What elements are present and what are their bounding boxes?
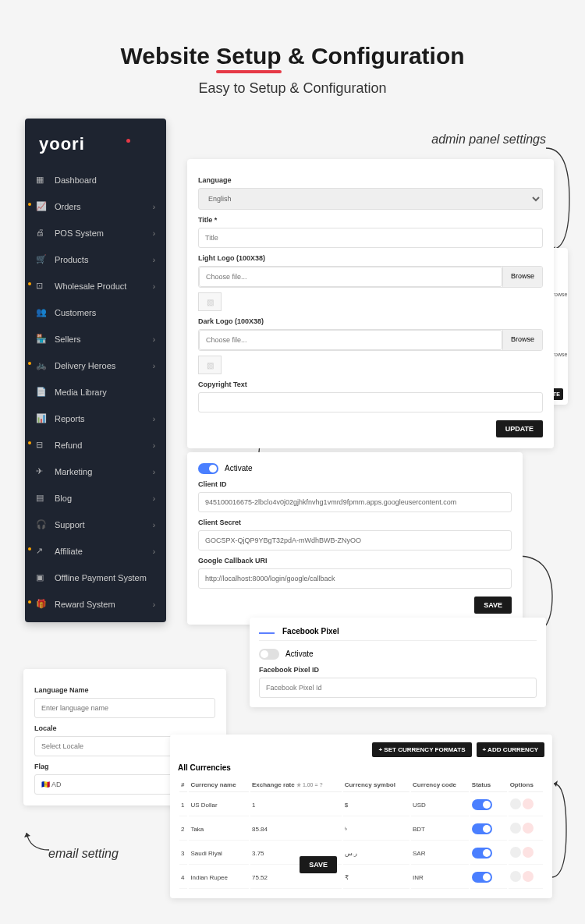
lang-name-input[interactable] [34,698,215,718]
callback-label: Google Callback URI [198,557,512,565]
chevron-right-icon: › [153,362,155,370]
nav-support[interactable]: 🎧Support› [25,512,166,538]
fb-id-input[interactable] [259,678,537,698]
bike-icon: 🚲 [36,360,47,371]
table-row: 4Indian Rupee75.52₹INR [179,866,543,889]
logo: yoori [25,128,166,167]
image-placeholder-icon: ▧ [198,356,222,374]
save-panel: SAVE [290,856,337,873]
callout-admin: admin panel settings [431,133,546,147]
image-placeholder-icon: ▧ [198,292,222,311]
table-row: 3Saudi Riyal3.75ر.سSAR [179,842,543,865]
nav-delivery[interactable]: 🚲Delivery Heroes› [25,352,166,379]
light-logo-input[interactable] [199,267,502,287]
nav-reward[interactable]: 🎁Reward System› [25,591,166,618]
chevron-right-icon: › [153,494,155,503]
client-id-input[interactable] [198,492,512,512]
add-currency-button[interactable]: + ADD CURRENCY [477,742,545,757]
chevron-right-icon: › [153,441,155,450]
currency-table: # Currency name Exchange rate ★ 1.00 = ?… [178,777,544,890]
lang-name-label: Language Name [34,686,215,694]
browse-button[interactable]: Browse [502,267,542,287]
fb-id-label: Facebook Pixel ID [259,666,537,674]
client-secret-label: Client Secret [198,519,512,526]
currency-panel: + SET CURRENCY FORMATS + ADD CURRENCY Al… [170,735,552,898]
arrow-email [22,827,53,854]
store-icon: 🏪 [36,334,47,345]
delete-icon[interactable] [523,871,534,882]
update-button[interactable]: UPDATE [496,420,543,437]
nav-reports[interactable]: 📊Reports› [25,405,166,432]
nav-dashboard[interactable]: ▦Dashboard [25,167,166,193]
copyright-input[interactable] [198,392,543,412]
chevron-right-icon: › [153,600,155,609]
chevron-right-icon: › [153,229,155,238]
nav-affiliate[interactable]: ↗Affiliate› [25,538,166,565]
cart-icon: 🛒 [36,254,47,265]
dark-logo-label: Dark Logo (100X38) [198,317,543,325]
activate-toggle[interactable] [198,463,218,474]
gift-icon: 🎁 [36,599,47,610]
client-secret-input[interactable] [198,530,512,551]
status-toggle[interactable] [472,799,492,810]
dark-logo-input[interactable] [199,330,502,350]
social-panel: Activate Client ID Client Secret Google … [187,452,523,625]
report-icon: 📊 [36,413,47,424]
refund-icon: ⊟ [36,440,47,451]
title-label: Title * [198,216,543,224]
edit-icon[interactable] [510,871,521,882]
locale-label: Locale [34,724,215,732]
grid-icon: ▦ [36,175,47,186]
admin-panel: Language English Title * Light Logo (100… [187,159,554,448]
fbpixel-panel: Facebook Pixel Activate Facebook Pixel I… [250,618,546,707]
headset-icon: 🎧 [36,519,47,530]
fb-activate-label: Activate [285,650,314,658]
nav-sellers[interactable]: 🏪Sellers› [25,326,166,352]
nav-offline[interactable]: ▣Offline Payment System [25,565,166,591]
set-currency-formats-button[interactable]: + SET CURRENCY FORMATS [372,742,471,757]
edit-icon[interactable] [510,823,521,834]
nav-pos[interactable]: 🖨POS System› [25,220,166,246]
send-icon: ✈ [36,466,47,477]
chevron-right-icon: › [153,256,155,264]
table-row: 1US Dollar1$USD [179,794,543,816]
table-row: 2Taka85.84৳BDT [179,818,543,841]
fb-activate-toggle[interactable] [259,649,279,660]
chevron-right-icon: › [153,415,155,423]
status-toggle[interactable] [472,848,492,859]
delete-icon[interactable] [523,798,534,809]
delete-icon[interactable] [523,823,534,834]
chart-icon: 📈 [36,201,47,212]
delete-icon[interactable] [523,847,534,858]
box-icon: ⊡ [36,281,47,292]
save-button[interactable]: SAVE [474,597,512,614]
save-button[interactable]: SAVE [300,856,337,873]
payment-icon: ▣ [36,572,47,583]
chevron-right-icon: › [153,335,155,344]
nav-marketing[interactable]: ✈Marketing› [25,458,166,485]
edit-icon[interactable] [510,798,521,809]
client-id-label: Client ID [198,480,512,488]
copyright-label: Copyright Text [198,381,543,388]
sidebar: yoori ▦Dashboard 📈Orders› 🖨POS System› 🛒… [25,119,166,622]
edit-icon[interactable] [510,847,521,858]
nav-refund[interactable]: ⊟Refund› [25,432,166,458]
chevron-right-icon: › [153,547,155,556]
nav-customers[interactable]: 👥Customers [25,299,166,326]
nav-media[interactable]: 📄Media Library [25,379,166,405]
callback-input[interactable] [198,568,512,589]
nav-orders[interactable]: 📈Orders› [25,193,166,220]
page-title: Website Setup & Configuration [0,0,585,69]
chevron-right-icon: › [153,203,155,211]
fbpixel-tab[interactable]: Facebook Pixel [282,627,339,635]
status-toggle[interactable] [472,872,492,883]
blog-icon: ▤ [36,493,47,504]
nav-products[interactable]: 🛒Products› [25,246,166,273]
light-logo-label: Light Logo (100X38) [198,254,543,262]
language-select[interactable]: English [198,188,543,210]
nav-blog[interactable]: ▤Blog› [25,485,166,512]
nav-wholesale[interactable]: ⊡Wholesale Product› [25,273,166,299]
status-toggle[interactable] [472,823,492,834]
title-input[interactable] [198,228,543,248]
browse-button[interactable]: Browse [502,330,542,350]
